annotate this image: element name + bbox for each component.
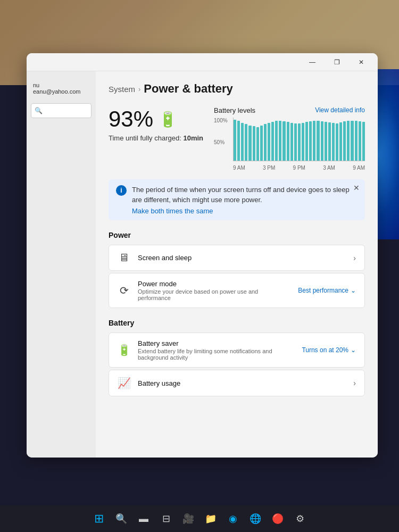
- power-section-header: Power: [109, 231, 365, 239]
- sidebar: nu eanu@yahoo.com 🔍: [27, 71, 96, 458]
- chart-bar: [287, 122, 289, 161]
- battery-section-header: Battery: [109, 319, 365, 327]
- power-mode-value[interactable]: Best performance ⌄: [298, 287, 356, 294]
- store-button[interactable]: 🌐: [247, 511, 263, 527]
- chart-bar: [328, 122, 331, 161]
- chart-bar: [294, 123, 297, 161]
- power-mode-row[interactable]: ⟳ Power mode Optimize your device based …: [109, 273, 365, 308]
- battery-icon: 🔋: [159, 111, 177, 128]
- sidebar-search[interactable]: 🔍: [31, 103, 92, 118]
- chart-bar: [339, 122, 342, 161]
- settings-window: — ❐ ✕ nu eanu@yahoo.com 🔍 System › Power…: [27, 53, 378, 458]
- page-title: Power & battery: [144, 82, 233, 96]
- chart-bar: [279, 121, 281, 161]
- settings-button[interactable]: ⚙: [292, 511, 308, 527]
- power-mode-info: Power mode Optimize your device based on…: [138, 280, 290, 301]
- info-banner: i The period of time when your screen tu…: [109, 179, 365, 220]
- screen-sleep-icon: 🖥: [118, 252, 130, 264]
- chart-bar: [347, 121, 350, 161]
- chart-bar: [359, 121, 361, 161]
- battery-chart: 100% 50% 9 AM 3 PM 9 PM 3 AM 9 AM: [214, 118, 365, 171]
- screen-sleep-label: Screen and sleep: [138, 254, 346, 262]
- taskview-button[interactable]: ▬: [136, 511, 152, 527]
- chart-bar: [343, 121, 346, 161]
- chart-bar: [245, 124, 247, 161]
- chart-x-labels: 9 AM 3 PM 9 PM 3 AM 9 AM: [233, 165, 365, 171]
- chart-bar: [313, 121, 315, 161]
- chart-y-top: 100%: [214, 118, 231, 123]
- widgets-button[interactable]: ⊟: [158, 511, 174, 527]
- battery-saver-row[interactable]: 🔋 Battery saver Extend battery life by l…: [109, 332, 365, 368]
- chart-y-labels: 100% 50%: [214, 118, 231, 161]
- battery-saver-chevron: ⌄: [351, 346, 356, 354]
- battery-saver-label: Battery saver: [138, 339, 294, 347]
- chart-bar: [241, 123, 244, 161]
- info-text: The period of time when your screen turn…: [132, 186, 350, 204]
- sidebar-user: nu eanu@yahoo.com: [31, 80, 92, 97]
- edge-button[interactable]: ◉: [225, 511, 241, 527]
- chart-bar: [362, 122, 365, 161]
- battery-usage-icon: 📈: [118, 377, 130, 389]
- battery-saver-desc: Extend battery life by limiting some not…: [138, 348, 294, 361]
- search-taskbar-button[interactable]: 🔍: [113, 511, 129, 527]
- battery-saver-info: Battery saver Extend battery life by lim…: [138, 339, 294, 361]
- chart-y-mid: 50%: [214, 139, 231, 145]
- battery-usage-row[interactable]: 📈 Battery usage ›: [109, 370, 365, 396]
- main-content: System › Power & battery 93% 🔋 Time unti…: [96, 71, 378, 458]
- battery-usage-label: Battery usage: [138, 379, 346, 387]
- battery-chart-area: Battery levels View detailed info 100% 5…: [214, 106, 365, 171]
- chart-bar: [268, 123, 270, 161]
- teams-button[interactable]: 🎥: [180, 511, 196, 527]
- chart-bar: [305, 122, 308, 161]
- chart-bar: [302, 123, 304, 161]
- battery-charging-text: Time until fully charged: 10min: [109, 134, 203, 142]
- make-same-link[interactable]: Make both times the same: [132, 207, 358, 215]
- chart-bar: [253, 126, 255, 161]
- chart-bar: [325, 122, 327, 161]
- breadcrumb-system: System: [109, 85, 135, 94]
- chart-bar: [234, 120, 236, 161]
- chart-bar: [309, 121, 312, 161]
- explorer-button[interactable]: 📁: [203, 511, 219, 527]
- chart-bar: [317, 121, 319, 161]
- power-mode-icon: ⟳: [118, 284, 130, 297]
- info-close-button[interactable]: ✕: [353, 184, 360, 192]
- start-button[interactable]: ⊞: [91, 511, 107, 527]
- chart-bar: [336, 123, 338, 161]
- breadcrumb-separator: ›: [138, 85, 140, 93]
- battery-saver-icon: 🔋: [118, 344, 130, 356]
- power-mode-desc: Optimize your device based on power use …: [138, 288, 290, 301]
- chart-bar: [332, 123, 335, 161]
- chart-bar: [321, 121, 323, 161]
- battery-percent-value: 93%: [109, 106, 153, 132]
- maximize-button[interactable]: ❐: [325, 53, 349, 71]
- charge-label: Time until fully charged:: [109, 134, 181, 142]
- screen-sleep-info: Screen and sleep: [138, 254, 346, 262]
- chart-bar: [271, 122, 274, 161]
- chart-bar: [351, 121, 353, 161]
- screen-sleep-row[interactable]: 🖥 Screen and sleep ›: [109, 245, 365, 271]
- chart-bar: [248, 126, 251, 161]
- brave-button[interactable]: 🔴: [270, 511, 286, 527]
- close-button[interactable]: ✕: [349, 53, 373, 71]
- sidebar-email: eanu@yahoo.com: [33, 88, 89, 95]
- battery-usage-chevron: ›: [353, 379, 356, 387]
- chart-bar: [298, 123, 301, 161]
- power-mode-label: Power mode: [138, 280, 290, 288]
- chart-bar: [355, 121, 358, 161]
- taskbar: ⊞ 🔍 ▬ ⊟ 🎥 📁 ◉ 🌐 🔴 ⚙: [0, 505, 399, 532]
- breadcrumb: System › Power & battery: [109, 82, 365, 96]
- sidebar-username: nu: [33, 82, 89, 88]
- view-detailed-link[interactable]: View detailed info: [315, 106, 365, 114]
- info-icon: i: [116, 185, 127, 196]
- chart-bar: [282, 121, 285, 161]
- battery-status: 93% 🔋 Time until fully charged: 10min: [109, 106, 203, 171]
- charge-time: 10min: [183, 134, 203, 142]
- chart-title: Battery levels: [214, 106, 255, 114]
- chart-bar: [290, 123, 293, 161]
- battery-saver-value[interactable]: Turns on at 20% ⌄: [302, 346, 356, 354]
- window-titlebar: — ❐ ✕: [27, 53, 378, 71]
- battery-percent-display: 93% 🔋: [109, 106, 203, 132]
- minimize-button[interactable]: —: [300, 53, 325, 71]
- chart-bar: [260, 126, 263, 161]
